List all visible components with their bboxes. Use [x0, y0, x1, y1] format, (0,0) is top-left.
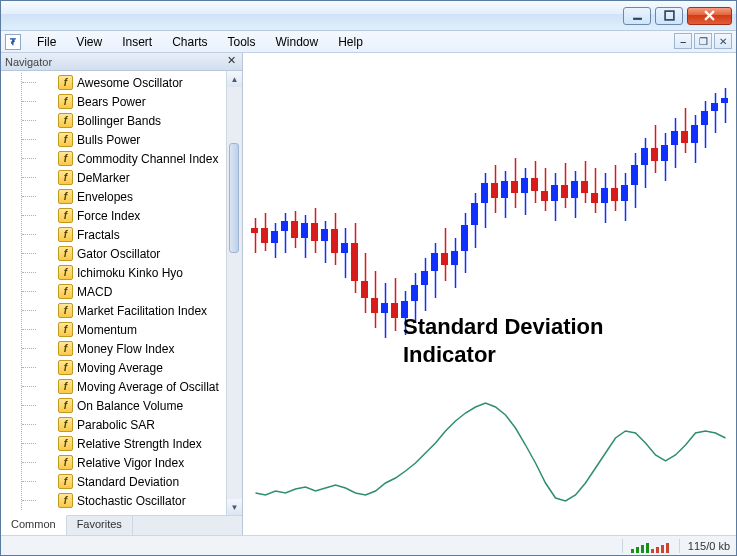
indicator-icon: f [58, 322, 73, 337]
indicator-item[interactable]: fDeMarker [58, 168, 226, 187]
indicator-item[interactable]: fStochastic Oscillator [58, 491, 226, 510]
svg-rect-59 [521, 178, 528, 193]
indicator-item[interactable]: fMomentum [58, 320, 226, 339]
indicator-item[interactable]: fIchimoku Kinko Hyo [58, 263, 226, 282]
navigator-panel: Navigator ✕ fAwesome OscillatorfBears Po… [1, 53, 243, 535]
indicator-item[interactable]: fStandard Deviation [58, 472, 226, 491]
svg-rect-99 [721, 98, 728, 103]
indicator-item[interactable]: fBulls Power [58, 130, 226, 149]
svg-rect-63 [541, 191, 548, 201]
indicator-subchart [243, 383, 733, 523]
svg-rect-75 [601, 188, 608, 203]
svg-rect-5 [251, 228, 258, 233]
menu-view[interactable]: View [66, 33, 112, 51]
workspace: Navigator ✕ fAwesome OscillatorfBears Po… [1, 53, 736, 535]
close-button[interactable] [687, 7, 732, 25]
navigator-tab-favorites[interactable]: Favorites [67, 516, 133, 535]
menu-window[interactable]: Window [266, 33, 329, 51]
indicator-icon: f [58, 379, 73, 394]
indicator-icon: f [58, 455, 73, 470]
indicator-icon: f [58, 284, 73, 299]
mdi-minimize-button[interactable]: ‒ [674, 33, 692, 49]
svg-rect-73 [591, 193, 598, 203]
indicator-item[interactable]: fMoney Flow Index [58, 339, 226, 358]
indicator-item[interactable]: fRelative Strength Index [58, 434, 226, 453]
navigator-scrollbar[interactable]: ▲ ▼ [226, 71, 242, 515]
svg-rect-71 [581, 181, 588, 193]
indicator-icon: f [58, 170, 73, 185]
indicator-item[interactable]: fOn Balance Volume [58, 396, 226, 415]
indicator-item[interactable]: fFractals [58, 225, 226, 244]
indicator-item[interactable]: fGator Oscillator [58, 244, 226, 263]
scroll-thumb[interactable] [229, 143, 239, 253]
scroll-down-icon[interactable]: ▼ [227, 499, 242, 515]
svg-rect-37 [411, 285, 418, 301]
svg-rect-93 [691, 125, 698, 143]
svg-rect-95 [701, 111, 708, 125]
title-bar [1, 1, 736, 31]
indicator-label: Money Flow Index [77, 342, 174, 356]
indicator-item[interactable]: fParabolic SAR [58, 415, 226, 434]
connection-icon[interactable] [631, 539, 671, 553]
svg-rect-55 [501, 181, 508, 198]
svg-rect-87 [661, 145, 668, 161]
navigator-tabs: CommonFavorites [1, 515, 242, 535]
svg-rect-31 [381, 303, 388, 313]
indicator-label: MACD [77, 285, 112, 299]
chart-area[interactable]: Standard Deviation Indicator [243, 53, 736, 535]
indicator-label: Stochastic Oscillator [77, 494, 186, 508]
menu-insert[interactable]: Insert [112, 33, 162, 51]
indicator-label: Envelopes [77, 190, 133, 204]
mdi-close-button[interactable]: ✕ [714, 33, 732, 49]
svg-rect-51 [481, 183, 488, 203]
indicator-item[interactable]: fMarket Facilitation Index [58, 301, 226, 320]
svg-rect-81 [631, 165, 638, 185]
navigator-tab-common[interactable]: Common [1, 515, 67, 535]
indicator-icon: f [58, 341, 73, 356]
indicator-item[interactable]: fRelative Vigor Index [58, 453, 226, 472]
indicator-label: Relative Vigor Index [77, 456, 184, 470]
svg-rect-9 [271, 231, 278, 243]
chart-overlay-label: Standard Deviation Indicator [403, 313, 603, 368]
svg-rect-17 [311, 223, 318, 241]
svg-rect-39 [421, 271, 428, 285]
indicator-icon: f [58, 398, 73, 413]
navigator-close-icon[interactable]: ✕ [225, 55, 238, 68]
svg-rect-41 [431, 253, 438, 271]
indicator-item[interactable]: fCommodity Channel Index [58, 149, 226, 168]
indicator-item[interactable]: fMACD [58, 282, 226, 301]
indicator-label: Fractals [77, 228, 120, 242]
maximize-button[interactable] [655, 7, 683, 25]
app-window: ₮ FileViewInsertChartsToolsWindowHelp ‒ … [0, 0, 737, 556]
indicator-item[interactable]: fMoving Average of Oscillat [58, 377, 226, 396]
indicator-icon: f [58, 417, 73, 432]
svg-rect-1 [665, 11, 674, 20]
indicator-item[interactable]: fBears Power [58, 92, 226, 111]
indicator-item[interactable]: fAwesome Oscillator [58, 73, 226, 92]
mdi-restore-button[interactable]: ❐ [694, 33, 712, 49]
indicator-label: Relative Strength Index [77, 437, 202, 451]
indicator-item[interactable]: fEnvelopes [58, 187, 226, 206]
indicator-item[interactable]: fBollinger Bands [58, 111, 226, 130]
indicator-icon: f [58, 189, 73, 204]
svg-rect-65 [551, 185, 558, 201]
svg-rect-49 [471, 203, 478, 225]
svg-rect-47 [461, 225, 468, 251]
navigator-tree[interactable]: fAwesome OscillatorfBears PowerfBollinge… [1, 71, 226, 515]
svg-rect-19 [321, 229, 328, 241]
minimize-button[interactable] [623, 7, 651, 25]
svg-rect-11 [281, 221, 288, 231]
app-icon: ₮ [5, 34, 21, 50]
menu-help[interactable]: Help [328, 33, 373, 51]
indicator-label: Bollinger Bands [77, 114, 161, 128]
menu-tools[interactable]: Tools [218, 33, 266, 51]
indicator-item[interactable]: fForce Index [58, 206, 226, 225]
svg-rect-61 [531, 178, 538, 191]
menu-charts[interactable]: Charts [162, 33, 217, 51]
indicator-label: Standard Deviation [77, 475, 179, 489]
indicator-icon: f [58, 75, 73, 90]
indicator-icon: f [58, 94, 73, 109]
scroll-up-icon[interactable]: ▲ [227, 71, 242, 87]
indicator-item[interactable]: fMoving Average [58, 358, 226, 377]
menu-file[interactable]: File [27, 33, 66, 51]
